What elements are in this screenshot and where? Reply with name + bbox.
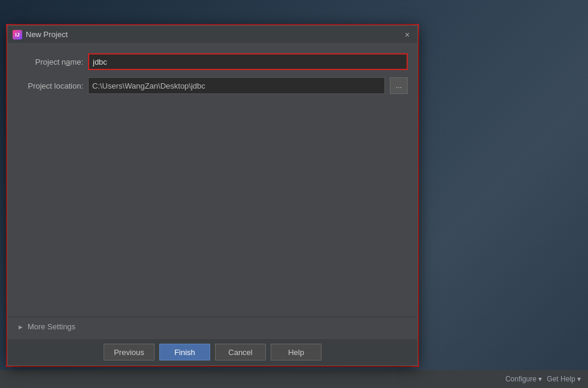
dialog-empty-area [8,107,417,317]
new-project-dialog: IJ New Project × Project name: Project [7,25,418,366]
project-location-row: Project location: ... [17,77,408,94]
dialog-area: IJ New Project × Project name: Project [0,18,588,370]
more-settings-label[interactable]: More Settings [28,322,75,331]
finish-button[interactable]: Finish [159,344,210,360]
project-name-row: Project name: [17,53,408,70]
cancel-button[interactable]: Cancel [215,344,266,360]
project-name-input[interactable] [88,53,408,70]
more-settings-row: ► More Settings [8,317,417,338]
dialog-logo: IJ [13,30,22,40]
dialog-body: Project name: Project location: ... [8,44,417,107]
project-name-label: Project name: [17,57,83,66]
get-help-link[interactable]: Get Help ▾ [547,375,581,383]
project-location-input[interactable] [88,77,385,94]
dialog-outer-border: IJ New Project × Project name: Project [6,24,419,367]
help-button[interactable]: Help [271,344,322,360]
dialog-close-button[interactable]: × [402,29,413,40]
more-settings-arrow: ► [17,323,24,331]
bottom-bar: Configure ▾ Get Help ▾ [0,370,588,388]
project-location-label: Project location: [17,81,83,90]
previous-button[interactable]: Previous [104,344,154,360]
dialog-title: New Project [26,30,398,39]
configure-link[interactable]: Configure ▾ [505,375,542,383]
dialog-footer: Previous Finish Cancel Help [8,338,417,365]
browse-button[interactable]: ... [390,77,408,94]
dialog-titlebar: IJ New Project × [8,26,417,44]
